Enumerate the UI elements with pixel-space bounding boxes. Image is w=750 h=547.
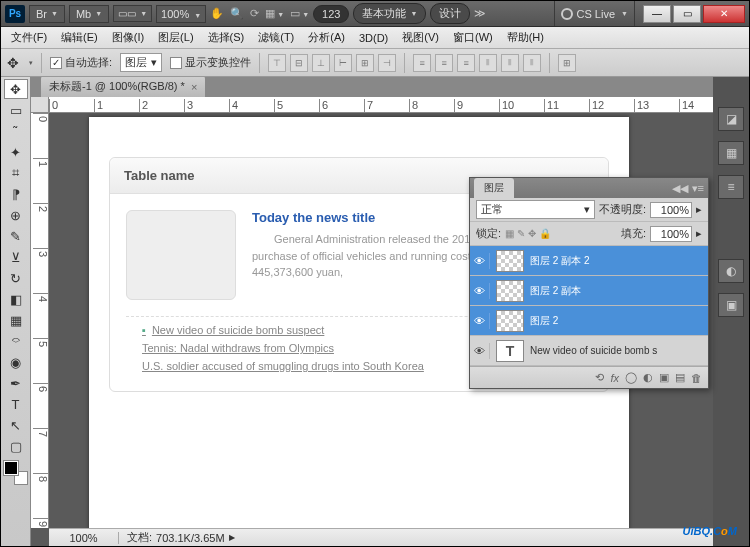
status-docsize[interactable]: 文档:703.1K/3.65M▶ xyxy=(119,530,243,545)
layer-row[interactable]: 👁图层 2 副本 2 xyxy=(470,246,708,276)
close-button[interactable]: ✕ xyxy=(703,5,745,23)
visibility-icon[interactable]: 👁 xyxy=(474,253,490,269)
minibridge-button[interactable]: Mb▼ xyxy=(69,5,109,23)
link-layers-icon[interactable]: ⟲ xyxy=(595,371,604,384)
opacity-input[interactable]: 100% xyxy=(650,202,692,218)
history-brush-tool[interactable]: ↻ xyxy=(4,268,28,288)
adjustment-layer-icon[interactable]: ◐ xyxy=(643,371,653,384)
move-tool[interactable]: ✥ xyxy=(4,79,28,99)
pill-123[interactable]: 123 xyxy=(313,5,349,23)
more-workspaces-icon[interactable]: ≫ xyxy=(474,7,486,20)
fx-icon[interactable]: fx xyxy=(610,372,619,384)
brush-tool[interactable]: ✎ xyxy=(4,226,28,246)
menu-view[interactable]: 视图(V) xyxy=(396,28,445,47)
adjustments-panel-icon[interactable]: ◐ xyxy=(718,259,744,283)
lasso-tool[interactable]: ῀ xyxy=(4,121,28,141)
dist-left-icon[interactable]: ⦀ xyxy=(479,54,497,72)
menu-help[interactable]: 帮助(H) xyxy=(501,28,550,47)
zoom-select[interactable]: 100% ▼ xyxy=(156,5,206,23)
visibility-icon[interactable]: 👁 xyxy=(474,283,490,299)
menu-3d[interactable]: 3D(D) xyxy=(353,30,394,46)
path-tool[interactable]: ↖ xyxy=(4,415,28,435)
mask-icon[interactable]: ◯ xyxy=(625,371,637,384)
align-hcenter-icon[interactable]: ⊞ xyxy=(356,54,374,72)
visibility-icon[interactable]: 👁 xyxy=(474,313,490,329)
panel-menu-icon[interactable]: ▾≡ xyxy=(692,182,704,195)
lock-all-icon[interactable]: 🔒 xyxy=(539,228,551,239)
status-zoom[interactable]: 100% xyxy=(49,532,119,544)
dodge-tool[interactable]: ◉ xyxy=(4,352,28,372)
menu-layer[interactable]: 图层(L) xyxy=(152,28,199,47)
menu-edit[interactable]: 编辑(E) xyxy=(55,28,104,47)
color-panel-icon[interactable]: ◪ xyxy=(718,107,744,131)
minimize-button[interactable]: — xyxy=(643,5,671,23)
maximize-button[interactable]: ▭ xyxy=(673,5,701,23)
masks-panel-icon[interactable]: ▣ xyxy=(718,293,744,317)
blur-tool[interactable]: ⌔ xyxy=(4,331,28,351)
panel-collapse-icon[interactable]: ◀◀ xyxy=(672,182,688,195)
layer-row[interactable]: 👁图层 2 副本 xyxy=(470,276,708,306)
stamp-tool[interactable]: ⊻ xyxy=(4,247,28,267)
cslive-button[interactable]: CS Live▼ xyxy=(554,1,635,26)
blend-mode-select[interactable]: 正常▾ xyxy=(476,200,595,219)
pen-tool[interactable]: ✒ xyxy=(4,373,28,393)
swatches-panel-icon[interactable]: ▦ xyxy=(718,141,744,165)
align-left-icon[interactable]: ⊢ xyxy=(334,54,352,72)
auto-align-icon[interactable]: ⊞ xyxy=(558,54,576,72)
fill-slider-icon[interactable]: ▸ xyxy=(696,227,702,240)
align-top-icon[interactable]: ⊤ xyxy=(268,54,286,72)
dist-bottom-icon[interactable]: ≡ xyxy=(457,54,475,72)
lock-position-icon[interactable]: ✥ xyxy=(528,228,536,239)
gradient-tool[interactable]: ▦ xyxy=(4,310,28,330)
arrange-docs-icon[interactable]: ▦▼ xyxy=(265,7,284,20)
autoselect-checkbox[interactable]: 自动选择: xyxy=(50,55,112,70)
pill-basic[interactable]: 基本功能▼ xyxy=(353,3,426,24)
menu-window[interactable]: 窗口(W) xyxy=(447,28,499,47)
screen-mode-button[interactable]: ▭▭▼ xyxy=(113,5,152,22)
align-bottom-icon[interactable]: ⊥ xyxy=(312,54,330,72)
zoom-tool-icon[interactable]: 🔍 xyxy=(230,7,244,20)
dist-top-icon[interactable]: ≡ xyxy=(413,54,431,72)
delete-layer-icon[interactable]: 🗑 xyxy=(691,372,702,384)
menu-analysis[interactable]: 分析(A) xyxy=(302,28,351,47)
styles-panel-icon[interactable]: ≡ xyxy=(718,175,744,199)
new-layer-icon[interactable]: ▤ xyxy=(675,371,685,384)
menu-filter[interactable]: 滤镜(T) xyxy=(252,28,300,47)
dist-vcenter-icon[interactable]: ≡ xyxy=(435,54,453,72)
distribute-icons: ≡≡≡ ⦀⦀⦀ xyxy=(413,54,541,72)
eyedropper-tool[interactable]: ⁋ xyxy=(4,184,28,204)
bridge-button[interactable]: Br▼ xyxy=(29,5,65,23)
marquee-tool[interactable]: ▭ xyxy=(4,100,28,120)
type-tool[interactable]: T xyxy=(4,394,28,414)
fill-input[interactable]: 100% xyxy=(650,226,692,242)
screen-mode-icon[interactable]: ▭▼ xyxy=(290,7,309,20)
hand-tool-icon[interactable]: ✋ xyxy=(210,7,224,20)
shape-tool[interactable]: ▢ xyxy=(4,436,28,456)
crop-tool[interactable]: ⌗ xyxy=(4,163,28,183)
menu-file[interactable]: 文件(F) xyxy=(5,28,53,47)
document-tab[interactable]: 未标题-1 @ 100%(RGB/8) *× xyxy=(41,77,205,97)
lock-transparency-icon[interactable]: ▦ xyxy=(505,228,514,239)
healing-tool[interactable]: ⊕ xyxy=(4,205,28,225)
rotate-view-icon[interactable]: ⟳ xyxy=(250,7,259,20)
menu-select[interactable]: 选择(S) xyxy=(202,28,251,47)
menu-image[interactable]: 图像(I) xyxy=(106,28,150,47)
close-tab-icon[interactable]: × xyxy=(191,81,197,93)
color-swatches[interactable] xyxy=(4,461,28,485)
align-right-icon[interactable]: ⊣ xyxy=(378,54,396,72)
autoselect-target-select[interactable]: 图层▾ xyxy=(120,53,162,72)
wand-tool[interactable]: ✦ xyxy=(4,142,28,162)
visibility-icon[interactable]: 👁 xyxy=(474,343,490,359)
opacity-slider-icon[interactable]: ▸ xyxy=(696,203,702,216)
align-vcenter-icon[interactable]: ⊟ xyxy=(290,54,308,72)
showtransform-checkbox[interactable]: 显示变换控件 xyxy=(170,55,251,70)
layer-row[interactable]: 👁TNew video of suicide bomb s xyxy=(470,336,708,366)
dist-right-icon[interactable]: ⦀ xyxy=(523,54,541,72)
layer-row[interactable]: 👁图层 2 xyxy=(470,306,708,336)
dist-hcenter-icon[interactable]: ⦀ xyxy=(501,54,519,72)
layers-tab[interactable]: 图层 xyxy=(474,178,514,198)
eraser-tool[interactable]: ◧ xyxy=(4,289,28,309)
lock-pixels-icon[interactable]: ✎ xyxy=(517,228,525,239)
group-icon[interactable]: ▣ xyxy=(659,371,669,384)
pill-design[interactable]: 设计 xyxy=(430,3,470,24)
